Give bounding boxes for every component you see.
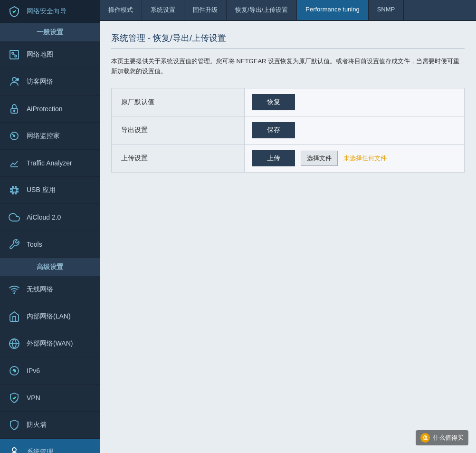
tab-system-settings[interactable]: 系统设置: [142, 0, 184, 20]
vpn-icon: [8, 391, 21, 405]
factory-reset-label: 原厂默认值: [112, 88, 245, 116]
wifi-icon: [8, 283, 21, 296]
upload-settings-button[interactable]: 上传: [252, 150, 295, 166]
sidebar-item-label: AiCloud 2.0: [27, 213, 61, 221]
watermark-dot: 值: [420, 433, 430, 443]
tab-snmp[interactable]: SNMP: [369, 0, 404, 20]
svg-point-11: [14, 293, 15, 294]
svg-point-9: [14, 135, 15, 137]
person-icon: +: [8, 75, 21, 88]
export-settings-row: 导出设置 保存: [112, 116, 464, 145]
chart-icon: [8, 156, 21, 170]
sidebar: 网络安全向导 一般设置 网络地图 + 访客网络: [0, 0, 100, 453]
factory-reset-button[interactable]: 恢复: [252, 94, 295, 110]
sidebar-item-label: 防火墙: [27, 421, 47, 429]
tab-firmware[interactable]: 固件升级: [184, 0, 227, 20]
export-settings-button[interactable]: 保存: [252, 122, 295, 138]
sidebar-item-ipv6[interactable]: IPv6: [0, 357, 100, 385]
sidebar-item-network-map[interactable]: 网络地图: [0, 41, 100, 68]
sidebar-item-label: Traffic Analyzer: [27, 159, 72, 167]
choose-file-button[interactable]: 选择文件: [301, 151, 338, 166]
map-icon: [8, 48, 21, 61]
sidebar-item-label: IPv6: [27, 367, 40, 375]
cloud-icon: [8, 211, 21, 224]
shield-check-icon: [8, 5, 21, 18]
svg-point-1: [12, 52, 14, 54]
svg-point-2: [15, 55, 17, 57]
sidebar-item-firewall[interactable]: 防火墙: [0, 412, 100, 439]
page-content-area: 系统管理 - 恢复/导出/上传设置 本页主要提供关于系统设置值的管理。您可将 N…: [100, 21, 476, 453]
person-gear-icon: [8, 445, 21, 453]
sidebar-item-wan[interactable]: 外部网络(WAN): [0, 330, 100, 357]
sidebar-item-system-mgmt[interactable]: 系统管理: [0, 439, 100, 453]
advanced-settings-header: 高级设置: [0, 258, 100, 276]
watermark: 值 什么值得买: [416, 430, 468, 445]
svg-point-4: [12, 77, 16, 81]
sidebar-item-label: AiProtection: [27, 105, 62, 113]
svg-point-16: [12, 448, 16, 452]
export-settings-control: 保存: [245, 116, 464, 144]
sidebar-item-vpn[interactable]: VPN: [0, 385, 100, 412]
puzzle-icon: [8, 183, 21, 197]
sidebar-item-label: 网络地图: [27, 50, 53, 59]
upload-settings-row: 上传设置 上传 选择文件 未选择任何文件: [112, 145, 464, 172]
sidebar-item-label: 外部网络(WAN): [27, 339, 73, 348]
sidebar-item-aiprotection[interactable]: AiProtection: [0, 96, 100, 123]
sidebar-item-usb-apps[interactable]: USB 应用: [0, 177, 100, 204]
sidebar-item-label: USB 应用: [27, 186, 56, 194]
sidebar-item-network-monitor[interactable]: 网络监控家: [0, 123, 100, 150]
main-content: 操作模式 系统设置 固件升级 恢复/导出/上传设置 Performance tu…: [100, 0, 476, 453]
upload-settings-control: 上传 选择文件 未选择任何文件: [245, 145, 464, 172]
file-no-selection-label: 未选择任何文件: [343, 154, 387, 163]
home-icon: [8, 310, 21, 323]
upload-settings-label: 上传设置: [112, 145, 245, 172]
shield-icon: [8, 418, 21, 432]
tools-icon: [8, 238, 21, 251]
ipv6-icon: [8, 364, 21, 377]
export-settings-label: 导出设置: [112, 116, 245, 144]
sidebar-item-label: 无线网络: [27, 285, 53, 294]
tab-restore-export[interactable]: 恢复/导出/上传设置: [227, 0, 297, 20]
sidebar-item-label: Tools: [27, 241, 42, 248]
sidebar-item-lan[interactable]: 内部网络(LAN): [0, 303, 100, 330]
sidebar-item-label: 内部网络(LAN): [27, 312, 71, 321]
sidebar-item-label: VPN: [27, 394, 40, 402]
sidebar-item-wireless[interactable]: 无线网络: [0, 276, 100, 303]
sidebar-item-label: 系统管理: [27, 448, 53, 453]
sidebar-item-tools[interactable]: Tools: [0, 231, 100, 258]
watermark-text: 什么值得买: [433, 434, 464, 442]
sidebar-item-label: 网络安全向导: [27, 7, 67, 16]
page-title: 系统管理 - 恢复/导出/上传设置: [111, 32, 465, 49]
tab-performance-tuning[interactable]: Performance tuning: [297, 0, 368, 20]
sidebar-item-guest-network[interactable]: + 访客网络: [0, 68, 100, 96]
tab-bar: 操作模式 系统设置 固件升级 恢复/导出/上传设置 Performance tu…: [100, 0, 476, 21]
sidebar-item-traffic-analyzer[interactable]: Traffic Analyzer: [0, 150, 100, 177]
svg-text:+: +: [17, 78, 19, 81]
factory-reset-row: 原厂默认值 恢复: [112, 88, 464, 116]
sidebar-item-aicloud[interactable]: AiCloud 2.0: [0, 204, 100, 231]
sidebar-item-label: 网络监控家: [27, 132, 60, 140]
lock-icon: [8, 102, 21, 116]
sidebar-item-label: 访客网络: [27, 77, 53, 86]
speedometer-icon: [8, 129, 21, 143]
page-description: 本页主要提供关于系统设置值的管理。您可将 NETGEAR 设置恢复为原厂默认值。…: [111, 57, 465, 77]
tab-operation-mode[interactable]: 操作模式: [100, 0, 142, 20]
svg-line-3: [13, 54, 16, 55]
general-settings-header: 一般设置: [0, 23, 100, 41]
svg-point-8: [14, 110, 15, 112]
factory-reset-control: 恢复: [245, 88, 464, 116]
sidebar-item-network-wizard[interactable]: 网络安全向导: [0, 0, 100, 23]
globe-icon: [8, 337, 21, 350]
settings-table: 原厂默认值 恢复 导出设置 保存 上传设置 上传 选择文件 未选择任何文件: [111, 88, 465, 173]
